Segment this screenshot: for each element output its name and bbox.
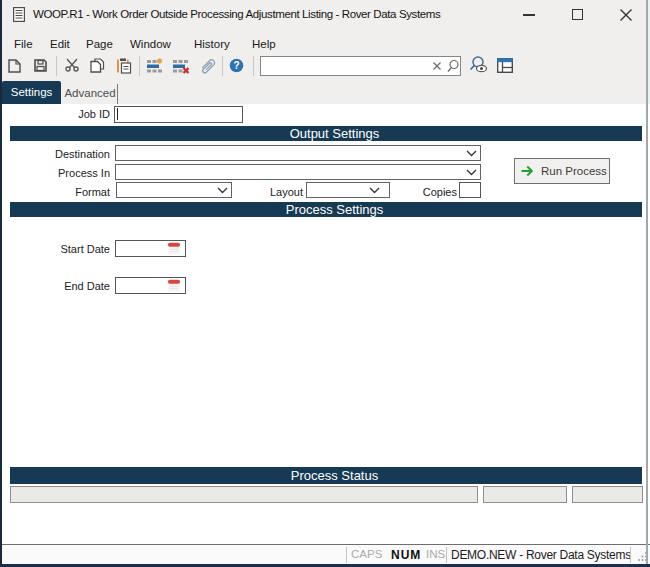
svg-text:?: ? xyxy=(233,60,239,71)
